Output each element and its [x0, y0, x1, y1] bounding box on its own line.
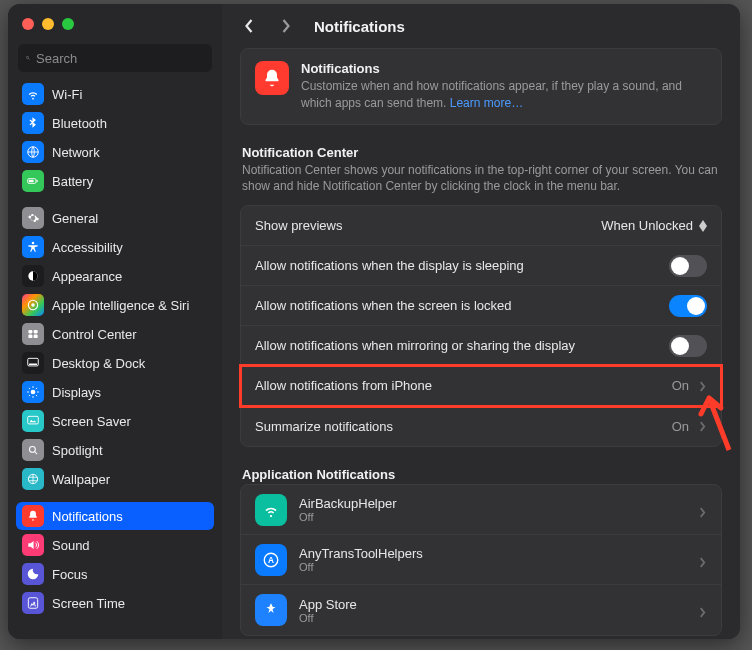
svg-point-14	[31, 390, 36, 395]
sidebar-item-label: Control Center	[52, 327, 137, 342]
svg-text:A: A	[268, 556, 274, 565]
apps-panel: AirBackupHelperOffAAnyTransToolHelpersOf…	[240, 484, 722, 636]
setting-row-allow-notifications-when-the-screen-is-l: Allow notifications when the screen is l…	[241, 286, 721, 326]
sidebar-item-label: Apple Intelligence & Siri	[52, 298, 189, 313]
sidebar-item-accessibility[interactable]: Accessibility	[16, 233, 214, 261]
search-input[interactable]	[36, 51, 204, 66]
setting-label: Allow notifications when mirroring or sh…	[255, 338, 659, 353]
sidebar-item-apple-intelligence-siri[interactable]: Apple Intelligence & Siri	[16, 291, 214, 319]
bluetooth-icon	[22, 112, 44, 134]
appear-icon	[22, 265, 44, 287]
sidebar-item-displays[interactable]: Displays	[16, 378, 214, 406]
app-icon	[255, 494, 287, 526]
hero-body: Notifications Customize when and how not…	[301, 61, 707, 112]
svg-rect-3	[29, 180, 34, 182]
sidebar-item-notifications[interactable]: Notifications	[16, 502, 214, 530]
setting-label: Summarize notifications	[255, 419, 662, 434]
svg-rect-11	[34, 335, 38, 339]
app-row-app-store[interactable]: App StoreOff	[241, 585, 721, 635]
cc-icon	[22, 323, 44, 345]
setting-row-allow-notifications-from-iphone[interactable]: Allow notifications from iPhoneOn	[241, 366, 721, 406]
sidebar-item-screen-saver[interactable]: Screen Saver	[16, 407, 214, 435]
setting-label: Show previews	[255, 218, 591, 233]
toggle-switch[interactable]	[669, 295, 707, 317]
app-name: AnyTransToolHelpers	[299, 546, 687, 561]
gear-icon	[22, 207, 44, 229]
sidebar-item-screen-time[interactable]: Screen Time	[16, 589, 214, 617]
search-icon	[26, 51, 30, 65]
sound-icon	[22, 534, 44, 556]
sidebar-nav: Wi-FiBluetoothNetworkBatteryGeneralAcces…	[8, 80, 222, 639]
bell-icon	[22, 505, 44, 527]
back-button[interactable]	[238, 15, 260, 37]
network-icon	[22, 141, 44, 163]
svg-rect-9	[34, 330, 38, 334]
setting-row-summarize-notifications[interactable]: Summarize notificationsOn	[241, 406, 721, 446]
setting-label: Allow notifications from iPhone	[255, 378, 662, 393]
app-row-airbackuphelper[interactable]: AirBackupHelperOff	[241, 485, 721, 535]
picker-control[interactable]: When Unlocked	[601, 218, 707, 233]
toolbar: Notifications	[222, 4, 740, 48]
learn-more-link[interactable]: Learn more…	[450, 96, 523, 110]
chevron-right-icon	[699, 380, 707, 392]
setting-value: On	[672, 419, 689, 434]
siri-icon	[22, 294, 44, 316]
setting-row-allow-notifications-when-the-display-is-: Allow notifications when the display is …	[241, 246, 721, 286]
sidebar-item-label: Notifications	[52, 509, 123, 524]
close-window-button[interactable]	[22, 18, 34, 30]
chevron-right-icon	[699, 420, 707, 432]
sidebar-item-label: Wallpaper	[52, 472, 110, 487]
svg-rect-13	[29, 364, 37, 365]
content-scroll: Notifications Customize when and how not…	[222, 48, 740, 639]
sidebar-item-spotlight[interactable]: Spotlight	[16, 436, 214, 464]
svg-point-4	[32, 242, 35, 245]
sidebar-item-label: Wi-Fi	[52, 87, 82, 102]
forward-button[interactable]	[274, 15, 296, 37]
chevron-right-icon	[699, 554, 707, 566]
app-status: Off	[299, 612, 687, 624]
sidebar-item-sound[interactable]: Sound	[16, 531, 214, 559]
setting-row-show-previews[interactable]: Show previewsWhen Unlocked	[241, 206, 721, 246]
battery-icon	[22, 170, 44, 192]
toggle-switch[interactable]	[669, 255, 707, 277]
app-name: App Store	[299, 597, 687, 612]
sidebar-item-appearance[interactable]: Appearance	[16, 262, 214, 290]
sidebar-item-wallpaper[interactable]: Wallpaper	[16, 465, 214, 493]
hero-title: Notifications	[301, 61, 707, 76]
sidebar-item-desktop-dock[interactable]: Desktop & Dock	[16, 349, 214, 377]
app-row-anytranstoolhelpers[interactable]: AAnyTransToolHelpersOff	[241, 535, 721, 585]
setting-value: On	[672, 378, 689, 393]
toggle-switch[interactable]	[669, 335, 707, 357]
app-status: Off	[299, 561, 687, 573]
minimize-window-button[interactable]	[42, 18, 54, 30]
sidebar-item-control-center[interactable]: Control Center	[16, 320, 214, 348]
sidebar-item-label: Sound	[52, 538, 90, 553]
sidebar-item-battery[interactable]: Battery	[16, 167, 214, 195]
app-name: AirBackupHelper	[299, 496, 687, 511]
app-text: AirBackupHelperOff	[299, 496, 687, 523]
bell-icon	[255, 61, 289, 95]
sidebar-item-wi-fi[interactable]: Wi-Fi	[16, 80, 214, 108]
sidebar-item-general[interactable]: General	[16, 204, 214, 232]
sidebar-item-label: Bluetooth	[52, 116, 107, 131]
svg-point-7	[31, 303, 35, 307]
page-title: Notifications	[314, 18, 405, 35]
sidebar-item-network[interactable]: Network	[16, 138, 214, 166]
chevron-right-icon	[699, 604, 707, 616]
zoom-window-button[interactable]	[62, 18, 74, 30]
setting-row-allow-notifications-when-mirroring-or-sh: Allow notifications when mirroring or sh…	[241, 326, 721, 366]
sidebar-item-label: Accessibility	[52, 240, 123, 255]
sidebar-item-label: Screen Time	[52, 596, 125, 611]
sidebar: Wi-FiBluetoothNetworkBatteryGeneralAcces…	[8, 4, 222, 639]
access-icon	[22, 236, 44, 258]
sidebar-item-label: General	[52, 211, 98, 226]
stime-icon	[22, 592, 44, 614]
app-icon: A	[255, 544, 287, 576]
app-notifications-heading: Application Notifications	[240, 467, 722, 482]
hero-card: Notifications Customize when and how not…	[240, 48, 722, 125]
sidebar-item-label: Desktop & Dock	[52, 356, 145, 371]
search-field[interactable]	[18, 44, 212, 72]
sidebar-item-bluetooth[interactable]: Bluetooth	[16, 109, 214, 137]
sidebar-item-focus[interactable]: Focus	[16, 560, 214, 588]
sidebar-item-label: Focus	[52, 567, 87, 582]
